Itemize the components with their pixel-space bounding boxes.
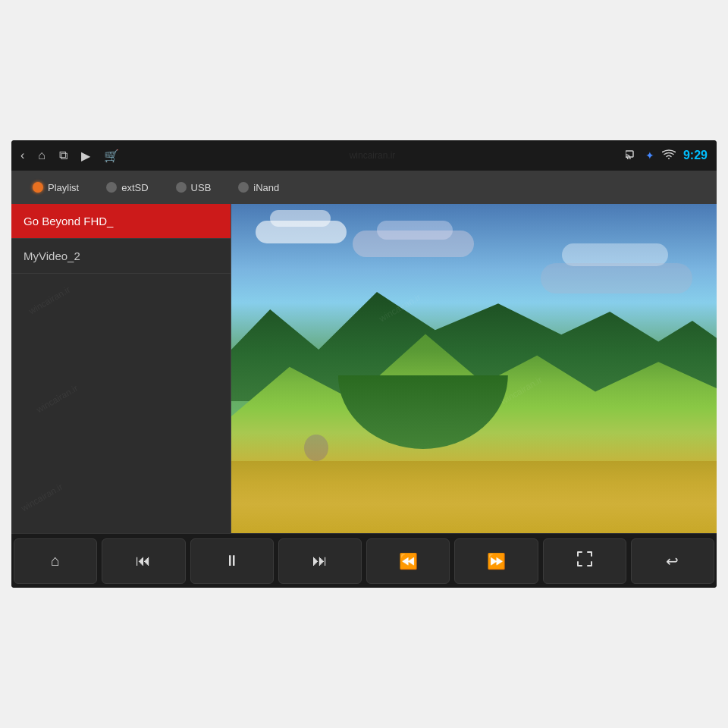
video-area: wincairan.ir wincairan.ir: [231, 204, 717, 533]
fastforward-icon: ⏩: [487, 552, 506, 570]
pause-button[interactable]: ⏸: [190, 538, 274, 584]
controls-bar: ⌂ ⏮ ⏸ ⏭ ⏪ ⏩ ↩: [11, 533, 717, 588]
back-button[interactable]: ↩: [631, 538, 714, 584]
source-playlist[interactable]: Playlist: [19, 177, 93, 198]
cloud-4: [377, 221, 453, 240]
watermark-1: wincairan.ir: [27, 284, 73, 316]
cloud-2: [270, 210, 331, 227]
pause-icon: ⏸: [224, 552, 240, 570]
nav-icons: ‹ ⌂ ⧉ ▶ 🛒: [20, 149, 119, 163]
playlist-item-1[interactable]: Go Beyond FHD_: [11, 204, 231, 239]
home-icon: ⌂: [51, 552, 60, 570]
next-button[interactable]: ⏭: [278, 538, 362, 584]
status-right: ✦ 9:29: [626, 149, 708, 162]
status-watermark: wincairan.ir: [119, 150, 626, 161]
flowers: [304, 435, 328, 461]
back-icon: ↩: [666, 552, 679, 570]
status-bar: ‹ ⌂ ⧉ ▶ 🛒 wincairan.ir ✦: [11, 140, 717, 171]
home-nav-icon[interactable]: ⌂: [38, 149, 46, 162]
source-dot-usb: [176, 182, 187, 193]
source-label-extsd: extSD: [121, 182, 148, 193]
prev-button[interactable]: ⏮: [102, 538, 185, 584]
video-display[interactable]: wincairan.ir wincairan.ir: [231, 204, 717, 533]
fullscreen-icon: [576, 551, 593, 571]
source-inand[interactable]: iNand: [224, 177, 293, 198]
source-label-inand: iNand: [253, 182, 279, 193]
wifi-icon: [662, 149, 676, 162]
source-extsd[interactable]: extSD: [93, 177, 162, 198]
playlist-item-2[interactable]: MyVideo_2: [11, 239, 231, 274]
rewind-icon: ⏪: [399, 552, 418, 570]
back-nav-icon[interactable]: ‹: [20, 149, 24, 162]
rewind-button[interactable]: ⏪: [366, 538, 450, 584]
watermark-2: wincairan.ir: [35, 383, 80, 415]
foreground: [231, 461, 717, 533]
prev-icon: ⏮: [136, 552, 151, 570]
bluetooth-icon: ✦: [645, 149, 654, 162]
source-dot-extsd: [106, 182, 117, 193]
next-icon: ⏭: [312, 552, 328, 570]
cloud-6: [541, 263, 692, 293]
cast-icon: [626, 149, 638, 162]
source-usb[interactable]: USB: [162, 177, 225, 198]
source-label-playlist: Playlist: [48, 182, 79, 193]
home-button[interactable]: ⌂: [14, 538, 97, 584]
source-bar: Playlist extSD USB iNand: [11, 171, 717, 204]
clock: 9:29: [683, 149, 708, 162]
watermark-3: wincairan.ir: [20, 482, 65, 513]
source-dot-inand: [238, 182, 249, 193]
video-landscape: wincairan.ir wincairan.ir: [231, 204, 717, 533]
camera-nav-icon[interactable]: ▶: [81, 149, 90, 163]
bag-nav-icon[interactable]: 🛒: [104, 149, 119, 163]
fastforward-button[interactable]: ⏩: [454, 538, 538, 584]
device-frame: ‹ ⌂ ⧉ ▶ 🛒 wincairan.ir ✦: [11, 140, 717, 588]
main-content: Go Beyond FHD_ MyVideo_2 wincairan.ir wi…: [11, 204, 717, 533]
recents-nav-icon[interactable]: ⧉: [59, 149, 67, 162]
source-dot-playlist: [33, 182, 43, 193]
playlist-sidebar: Go Beyond FHD_ MyVideo_2 wincairan.ir wi…: [11, 204, 231, 533]
source-label-usb: USB: [191, 182, 212, 193]
fullscreen-button[interactable]: [543, 538, 626, 584]
